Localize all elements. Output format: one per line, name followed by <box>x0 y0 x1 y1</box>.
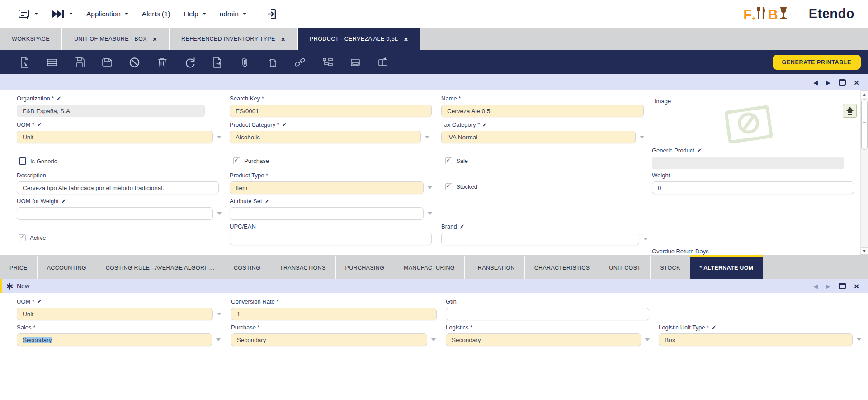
name-input[interactable]: Cerveza Ale 0,5L <box>441 105 644 117</box>
menu-user[interactable]: admin <box>220 10 246 18</box>
new-record-icon[interactable] <box>18 56 30 68</box>
active-checkbox[interactable] <box>19 234 26 241</box>
scroll-down-icon[interactable]: ▼ <box>861 247 868 255</box>
dropdown-arrow-icon[interactable] <box>428 186 432 189</box>
dropdown-arrow-icon[interactable] <box>217 313 222 315</box>
alt-uom-select[interactable]: Unit <box>17 308 213 320</box>
close-icon[interactable]: × <box>854 282 859 290</box>
close-icon[interactable]: × <box>854 78 859 87</box>
logistic-unit-type-select[interactable]: Box <box>659 333 853 346</box>
undo-icon[interactable] <box>128 56 141 68</box>
close-icon[interactable]: × <box>153 36 157 43</box>
subtab-characteristics[interactable]: CHARACTERISTICS <box>525 255 600 279</box>
tab-referenced-inventory-type[interactable]: REFERENCED INVENTORY TYPE × <box>170 28 298 50</box>
generate-printable-rest: ENERATE PRINTABLE <box>787 59 851 66</box>
subtab-purchasing[interactable]: PURCHASING <box>336 255 394 279</box>
subtab-manufacturing[interactable]: MANUFACTURING <box>394 255 465 279</box>
dropdown-arrow-icon[interactable] <box>640 136 644 138</box>
alt-purchase-select[interactable]: Secondary <box>231 333 427 346</box>
subtab-price[interactable]: PRICE <box>0 255 38 279</box>
grid-view-icon[interactable] <box>46 56 58 68</box>
sale-checkbox[interactable] <box>445 157 452 164</box>
save-icon[interactable] <box>73 56 85 68</box>
organization-input[interactable]: F&B España, S.A <box>17 105 205 117</box>
upc-ean-input[interactable] <box>230 233 432 245</box>
product-category-select[interactable]: Alcoholic <box>230 131 421 143</box>
clone-record-icon[interactable] <box>266 56 278 68</box>
scrollbar-thumb[interactable] <box>861 99 868 150</box>
subtab-accounting[interactable]: ACCOUNTING <box>38 255 96 279</box>
close-icon[interactable]: × <box>404 36 408 43</box>
stocked-checkbox[interactable] <box>445 183 452 190</box>
next-record-icon[interactable]: ▶ <box>826 80 830 86</box>
alt-purchase-label: Purchase * <box>231 324 260 331</box>
purchase-checkbox[interactable] <box>233 157 240 164</box>
next-record-icon[interactable]: ▶ <box>826 283 830 289</box>
logistics-select[interactable]: Secondary <box>446 333 641 346</box>
uom-select[interactable]: Unit <box>17 131 213 143</box>
save-and-new-icon[interactable] <box>101 56 113 68</box>
export-icon[interactable] <box>211 56 223 68</box>
checkbox-stocked[interactable]: Stocked <box>445 183 477 190</box>
subtab-unit-cost[interactable]: UNIT COST <box>599 255 651 279</box>
description-input[interactable]: Cerveza tipo Ale fabricada por el método… <box>17 181 219 194</box>
uom-for-weight-select[interactable] <box>17 207 213 220</box>
maximize-icon[interactable] <box>839 79 846 86</box>
attribute-set-select[interactable] <box>230 207 424 220</box>
link-icon[interactable] <box>294 56 306 68</box>
dropdown-arrow-icon[interactable] <box>857 338 861 341</box>
dropdown-arrow-icon[interactable] <box>217 136 222 138</box>
menu-alerts[interactable]: Alerts (1) <box>142 10 170 18</box>
weight-input[interactable]: 0 <box>652 181 854 194</box>
subtab-stock[interactable]: STOCK <box>651 255 690 279</box>
subtab-translation[interactable]: TRANSLATION <box>465 255 525 279</box>
is-generic-checkbox[interactable] <box>19 157 26 165</box>
subtab-alternate-uom[interactable]: * ALTERNATE UOM <box>690 255 763 279</box>
attachment-icon[interactable] <box>239 56 251 68</box>
dropdown-arrow-icon[interactable] <box>643 238 648 240</box>
checkbox-purchase[interactable]: Purchase <box>233 157 269 164</box>
generate-printable-button[interactable]: GENERATE PRINTABLE <box>773 55 861 70</box>
dropdown-arrow-icon[interactable] <box>216 338 221 341</box>
dropdown-arrow-icon[interactable] <box>428 212 432 215</box>
close-icon[interactable]: × <box>281 36 285 43</box>
dropdown-arrow-icon[interactable] <box>217 212 222 215</box>
gtin-input[interactable] <box>446 308 649 320</box>
delete-icon[interactable] <box>156 56 168 68</box>
checkbox-active[interactable]: Active <box>19 234 46 241</box>
quick-launch-button[interactable] <box>52 9 73 19</box>
maximize-icon[interactable] <box>839 283 846 289</box>
dropdown-arrow-icon[interactable] <box>425 136 429 138</box>
brand-select[interactable] <box>441 233 639 245</box>
field-brand: Brand <box>441 223 639 245</box>
previous-record-icon[interactable]: ◀ <box>813 283 818 289</box>
checkbox-is-generic[interactable]: Is Generic <box>19 157 57 165</box>
tax-category-select[interactable]: IVA Normal <box>441 131 636 143</box>
subtab-costing-rule[interactable]: COSTING RULE - AVERAGE ALGORIT... <box>96 255 224 279</box>
print-icon[interactable] <box>377 56 389 68</box>
form-scrollbar[interactable]: ▲ ▼ <box>860 90 868 255</box>
tab-workspace[interactable]: WORKSPACE <box>0 28 62 50</box>
application-menu-button[interactable] <box>18 9 38 19</box>
image-upload-button[interactable] <box>843 104 857 118</box>
conversion-rate-input[interactable]: 1 <box>231 308 437 320</box>
scroll-up-icon[interactable]: ▲ <box>861 90 868 98</box>
logout-button[interactable] <box>266 8 277 20</box>
dropdown-arrow-icon[interactable] <box>431 338 436 341</box>
previous-record-icon[interactable]: ◀ <box>813 80 818 86</box>
tree-view-icon[interactable] <box>321 56 334 68</box>
checkbox-sale[interactable]: Sale <box>445 157 468 164</box>
tab-unit-of-measure-box[interactable]: UNIT OF MEASURE - BOX × <box>62 28 170 50</box>
subtab-costing[interactable]: COSTING <box>224 255 270 279</box>
sales-select[interactable]: Secondary <box>17 333 212 346</box>
form-view-icon[interactable] <box>349 56 361 68</box>
product-type-select[interactable]: Item <box>230 181 424 194</box>
subtab-transactions[interactable]: TRANSACTIONS <box>270 255 336 279</box>
search-key-input[interactable]: ES/0001 <box>230 105 432 117</box>
refresh-icon[interactable] <box>184 56 196 68</box>
generic-product-input[interactable] <box>652 157 844 169</box>
dropdown-arrow-icon[interactable] <box>645 338 650 341</box>
tab-product-cerveza-ale[interactable]: PRODUCT - CERVEZA ALE 0,5L × <box>298 28 420 50</box>
menu-application[interactable]: Application <box>86 10 128 18</box>
menu-help[interactable]: Help <box>184 10 206 18</box>
